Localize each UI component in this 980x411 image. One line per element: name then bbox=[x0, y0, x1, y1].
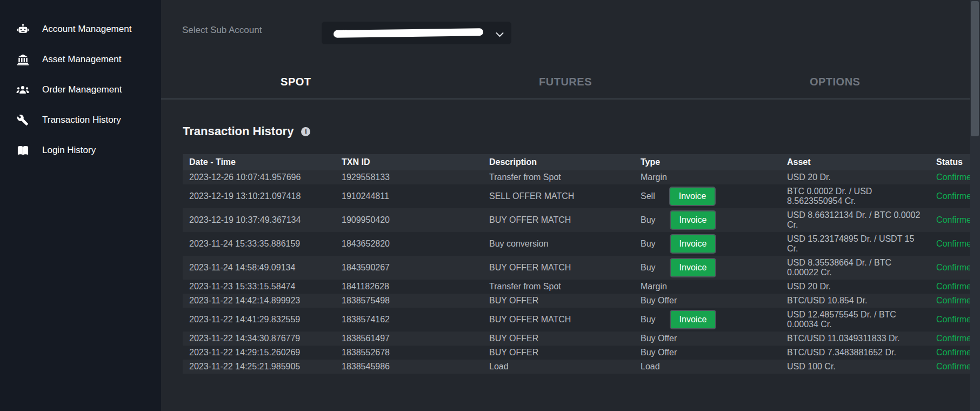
sidebar-item-account-management[interactable]: Account Management bbox=[0, 14, 161, 44]
column-header-status: Status bbox=[930, 154, 970, 170]
type-label: Buy bbox=[641, 239, 656, 249]
type-label: Buy bbox=[641, 215, 656, 225]
sidebar-item-transaction-history[interactable]: Transaction History bbox=[0, 105, 161, 135]
cell-date: 2023-11-22 14:41:29.832559 bbox=[183, 308, 335, 332]
cell-type: Buy Offer bbox=[634, 294, 781, 308]
table-row: 2023-11-24 14:58:49.091341843590267BUY O… bbox=[183, 256, 970, 280]
page-title: Transaction History bbox=[183, 124, 294, 138]
sidebar-item-label: Account Management bbox=[42, 24, 131, 35]
sidebar-item-login-history[interactable]: Login History bbox=[0, 135, 161, 165]
cell-date: 2023-11-22 14:29:15.260269 bbox=[183, 346, 335, 360]
cell-date: 2023-11-22 14:34:30.876779 bbox=[183, 332, 335, 346]
cell-txn-id: 1843652820 bbox=[335, 232, 483, 256]
cell-type: BuyInvoice bbox=[634, 232, 781, 256]
table-row: 2023-11-22 14:29:15.2602691838552678BUY … bbox=[183, 346, 970, 360]
invoice-button[interactable]: Invoice bbox=[670, 310, 717, 329]
table-row: 2023-12-26 10:07:41.9576961929558133Tran… bbox=[183, 170, 970, 184]
cell-description: BUY OFFER MATCH bbox=[483, 256, 634, 280]
transaction-table-body: 2023-12-26 10:07:41.9576961929558133Tran… bbox=[183, 170, 970, 374]
cell-txn-id: 1838561497 bbox=[335, 332, 483, 346]
cell-txn-id: 1929558133 bbox=[335, 170, 483, 184]
cell-description: SELL OFFER MATCH bbox=[483, 184, 634, 208]
type-label: Buy bbox=[641, 263, 656, 273]
cell-asset: USD 12.48575545 Dr. / BTC 0.00034 Cr. bbox=[781, 308, 930, 332]
cell-description: Transfer from Spot bbox=[483, 280, 634, 294]
invoice-button[interactable]: Invoice bbox=[670, 210, 717, 230]
book-icon bbox=[16, 144, 29, 157]
transaction-history-section: Transaction History i Date - Time TXN ID… bbox=[183, 101, 970, 374]
sidebar-item-order-management[interactable]: Order Management bbox=[0, 75, 161, 105]
tab-futures[interactable]: FUTURES bbox=[431, 65, 701, 98]
status-badge: Confirmed bbox=[930, 184, 970, 208]
type-label: Load bbox=[641, 362, 660, 372]
cell-description: Load bbox=[483, 360, 634, 374]
sub-account-select[interactable]: aif consultants.com bbox=[322, 22, 511, 44]
cell-description: BUY OFFER bbox=[483, 332, 634, 346]
cell-asset: BTC/USD 11.0349311833 Dr. bbox=[781, 332, 930, 346]
column-header-asset: Asset bbox=[781, 154, 930, 170]
app-window: Account Management Asset Management bbox=[0, 0, 980, 411]
cell-type: Load bbox=[634, 360, 781, 374]
cell-date: 2023-11-22 14:25:21.985905 bbox=[183, 360, 335, 374]
cell-date: 2023-11-24 14:58:49.09134 bbox=[183, 256, 335, 280]
table-row: 2023-12-19 10:37:49.3671341909950420BUY … bbox=[183, 208, 970, 232]
type-label: Sell bbox=[641, 191, 655, 201]
status-badge: Confirmed bbox=[930, 346, 970, 360]
type-label: Buy Offer bbox=[641, 296, 677, 306]
info-icon[interactable]: i bbox=[301, 127, 310, 136]
table-row: 2023-11-22 14:42:14.8999231838575498BUY … bbox=[183, 294, 970, 308]
table-row: 2023-11-22 14:25:21.9859051838545986Load… bbox=[183, 360, 970, 374]
cell-date: 2023-11-22 14:42:14.899923 bbox=[183, 294, 335, 308]
cell-description: BUY OFFER MATCH bbox=[483, 208, 634, 232]
cell-asset: USD 15.23174895 Dr. / USDT 15 Cr. bbox=[781, 232, 930, 256]
scrollbar-thumb[interactable] bbox=[971, 1, 979, 136]
cell-txn-id: 1909950420 bbox=[335, 208, 483, 232]
cell-type: SellInvoice bbox=[634, 184, 781, 208]
cell-date: 2023-12-19 13:10:21.097418 bbox=[183, 184, 335, 208]
vertical-scrollbar[interactable] bbox=[970, 0, 980, 411]
invoice-button[interactable]: Invoice bbox=[670, 258, 717, 277]
column-header-description: Description bbox=[483, 154, 634, 170]
status-badge: Confirmed bbox=[930, 308, 970, 332]
column-header-type: Type bbox=[634, 154, 781, 170]
cell-txn-id: 1838545986 bbox=[335, 360, 483, 374]
cell-description: BUY OFFER bbox=[483, 346, 634, 360]
tab-spot[interactable]: SPOT bbox=[161, 65, 431, 98]
cell-description: BUY OFFER bbox=[483, 294, 634, 308]
cell-type: Margin bbox=[634, 170, 781, 184]
cell-txn-id: 1838574162 bbox=[335, 308, 483, 332]
cell-asset: USD 20 Dr. bbox=[781, 280, 930, 294]
cell-asset: USD 100 Cr. bbox=[781, 360, 930, 374]
status-badge: Confirmed bbox=[930, 360, 970, 374]
bank-icon bbox=[16, 53, 29, 66]
sidebar-item-label: Asset Management bbox=[42, 54, 121, 65]
robot-icon bbox=[16, 23, 29, 36]
status-badge: Confirmed bbox=[930, 208, 970, 232]
invoice-button[interactable]: Invoice bbox=[669, 187, 716, 206]
tab-options[interactable]: OPTIONS bbox=[700, 65, 970, 98]
table-header-row: Date - Time TXN ID Description Type Asse… bbox=[183, 154, 970, 170]
table-row: 2023-12-19 13:10:21.0974181910244811SELL… bbox=[183, 184, 970, 208]
cell-asset: USD 8.35538664 Dr. / BTC 0.00022 Cr. bbox=[781, 256, 930, 280]
status-badge: Confirmed bbox=[930, 170, 970, 184]
cell-date: 2023-11-23 15:33:15.58474 bbox=[183, 280, 335, 294]
table-row: 2023-11-22 14:34:30.8767791838561497BUY … bbox=[183, 332, 970, 346]
cell-type: BuyInvoice bbox=[634, 308, 781, 332]
status-badge: Confirmed bbox=[930, 256, 970, 280]
transaction-table: Date - Time TXN ID Description Type Asse… bbox=[183, 154, 970, 374]
cell-type: BuyInvoice bbox=[634, 208, 781, 232]
status-badge: Confirmed bbox=[930, 232, 970, 256]
column-header-date: Date - Time bbox=[183, 154, 335, 170]
type-label: Buy Offer bbox=[641, 334, 677, 343]
table-row: 2023-11-24 15:33:35.8861591843652820Buy … bbox=[183, 232, 970, 256]
market-tabs: SPOT FUTURES OPTIONS bbox=[161, 65, 970, 100]
type-label: Margin bbox=[641, 282, 667, 291]
status-badge: Confirmed bbox=[930, 294, 970, 308]
sidebar-item-asset-management[interactable]: Asset Management bbox=[0, 44, 161, 75]
invoice-button[interactable]: Invoice bbox=[670, 234, 717, 254]
cell-txn-id: 1841182628 bbox=[335, 280, 483, 294]
users-icon bbox=[16, 83, 29, 96]
cell-txn-id: 1910244811 bbox=[335, 184, 483, 208]
type-label: Margin bbox=[641, 173, 667, 182]
cell-asset: USD 8.66312134 Dr. / BTC 0.0002 Cr. bbox=[781, 208, 930, 232]
